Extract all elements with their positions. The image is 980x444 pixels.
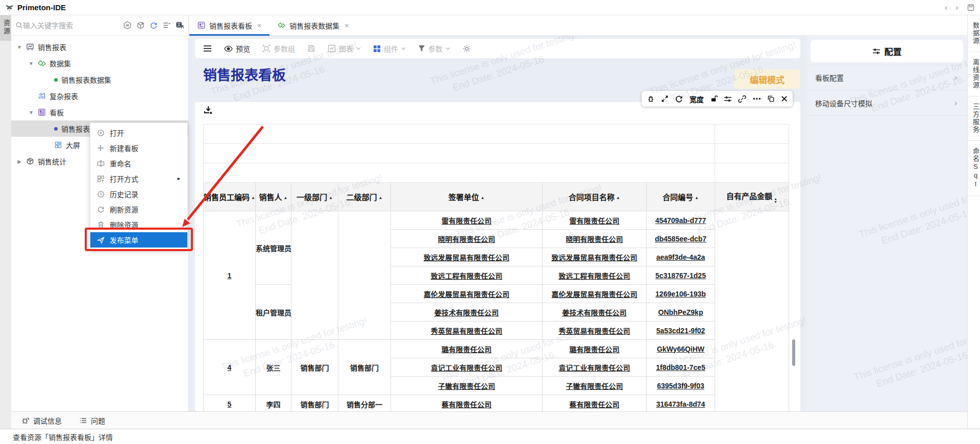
contract-link[interactable]: 1269e106-193b (655, 290, 706, 298)
contract-link[interactable]: 316473fa-8d74 (656, 400, 705, 408)
contract-link[interactable]: 6395d3f9-9f03 (657, 382, 704, 390)
tab-close-icon[interactable]: × (345, 21, 349, 30)
tab-sales-dataset[interactable]: 销售报表数据集 × (270, 15, 357, 35)
contract-link[interactable]: ONbhPeZ9kp (658, 308, 703, 316)
org-link[interactable]: 秀英贸易有限责任公司 (431, 327, 502, 335)
menu-item-open[interactable]: 打开 (90, 125, 187, 140)
search-input[interactable] (23, 21, 121, 30)
menu-item-delete-resource[interactable]: 删除资源 (90, 217, 187, 232)
project-link[interactable]: 致远工程有限责任公司 (559, 272, 630, 280)
contract-link[interactable]: 5a53cd21-9f02 (656, 327, 705, 335)
link-icon[interactable] (738, 95, 746, 103)
problems-tab[interactable]: 问题 (79, 415, 105, 426)
org-link[interactable]: 致远工程有限责任公司 (431, 272, 502, 280)
org-link[interactable]: 嘉伦发展贸易有限责任公司 (424, 290, 509, 299)
contract-link[interactable]: 454709ab-d777 (655, 216, 706, 225)
org-link[interactable]: 晓明有限责任公司 (438, 235, 495, 243)
employee-code-link[interactable]: 1 (228, 272, 232, 280)
project-link[interactable]: 嘉伦发展贸易有限责任公司 (552, 290, 638, 299)
menu-item-rename[interactable]: 重命名 (90, 156, 187, 171)
refresh-widget-icon[interactable] (675, 95, 683, 103)
nav-forward-icon[interactable]: › (955, 3, 959, 12)
project-link[interactable]: 雷有限责任公司 (570, 217, 620, 225)
translate-icon[interactable]: 文 (176, 21, 184, 30)
resource-panel-tab[interactable]: 资源 (0, 15, 11, 41)
param-menu-button[interactable]: 参数 (418, 43, 450, 54)
employee-code-link[interactable]: 5 (228, 400, 232, 408)
dashboard-config-item[interactable]: 看板配置 › (806, 65, 967, 90)
contract-link[interactable]: db4585ee-dcb7 (655, 235, 706, 243)
contract-link[interactable]: 1f8db801-7ce5 (656, 363, 705, 372)
tree-item-dataset-folder[interactable]: ▼ 数据集 (11, 55, 188, 71)
menu-item-new-dashboard[interactable]: 新建看板 (90, 140, 187, 156)
component-menu-button[interactable]: 组件 (373, 43, 406, 54)
org-link[interactable]: 璐有限责任公司 (442, 346, 492, 354)
contract-link[interactable]: aea9f3de-4a2a (656, 253, 705, 261)
org-link[interactable]: 姜技术有限责任公司 (434, 309, 499, 317)
org-link[interactable]: 蔡有限责任公司 (442, 401, 492, 409)
menu-item-history[interactable]: 历史记录 (90, 186, 187, 202)
menu-item-refresh-resource[interactable]: 刷新资源 (90, 202, 187, 217)
col-header-employee-code[interactable]: 销售员工编码▲ (204, 183, 256, 211)
col-header-project[interactable]: 合同项目名称▲ (543, 183, 647, 211)
org-link[interactable]: 致远发展贸易有限责任公司 (424, 254, 509, 262)
datasource-tab[interactable]: 数据源 (968, 15, 980, 52)
project-link[interactable]: 袁记工业有限责任公司 (559, 364, 630, 372)
expander-icon[interactable]: ▼ (28, 61, 34, 66)
save-icon[interactable] (307, 44, 315, 53)
debug-widget-icon[interactable] (647, 95, 655, 103)
project-link[interactable]: 璐有限责任公司 (570, 346, 620, 354)
refresh-tree-icon[interactable] (150, 21, 158, 30)
param-group-button[interactable]: 参数组 (262, 43, 295, 54)
new-resource-icon[interactable] (136, 21, 145, 30)
offline-resource-tab[interactable]: 离线资源 (968, 52, 980, 96)
col-header-dept1[interactable]: 一级部门▲ (291, 183, 338, 211)
expander-icon[interactable]: ▼ (28, 110, 34, 115)
menu-icon[interactable] (203, 45, 212, 52)
tree-item-dashboard-folder[interactable]: ▼ 看板 (11, 104, 188, 120)
col-header-dept2[interactable]: 二级部门▲ (338, 183, 391, 211)
third-party-service-tab[interactable]: 三方服务 (968, 96, 980, 141)
tree-item-sales-report[interactable]: ▼ 销售报表 (11, 39, 188, 55)
org-link[interactable]: 子辙有限责任公司 (438, 382, 495, 390)
menu-item-open-with[interactable]: 打开方式 ► (90, 171, 187, 186)
project-link[interactable]: 秀英贸易有限责任公司 (559, 327, 630, 335)
expander-icon[interactable]: ▼ (16, 44, 22, 50)
more-options-icon[interactable]: ⋯ (753, 94, 761, 104)
col-header-contract[interactable]: 合同编号▲ (647, 183, 715, 211)
table-scrollbar-thumb[interactable] (792, 339, 795, 366)
project-link[interactable]: 子辙有限责任公司 (566, 382, 623, 390)
contract-link[interactable]: 5c318767-1d25 (655, 272, 706, 280)
edit-mode-button[interactable]: 编辑模式 (734, 69, 800, 89)
named-sql-tab[interactable]: 命名Sql (968, 141, 980, 196)
ai-assistant-icon[interactable]: AI (123, 21, 132, 30)
tree-item-sales-dataset[interactable]: 销售报表数据集 (11, 71, 188, 88)
copy-icon[interactable] (767, 95, 775, 103)
collapse-all-icon[interactable] (162, 21, 171, 30)
chart-menu-button[interactable]: 图表 (328, 43, 361, 54)
org-link[interactable]: 袁记工业有限责任公司 (431, 364, 502, 372)
tab-sales-dashboard[interactable]: 销售报表看板 × (189, 15, 270, 35)
expander-icon[interactable]: ▶ (16, 159, 22, 164)
mobile-size-sim-item[interactable]: 移动设备尺寸模拟 › (806, 90, 967, 116)
menu-item-publish-menu[interactable]: 发布菜单 (90, 232, 187, 248)
gear-icon[interactable] (462, 44, 471, 53)
project-link[interactable]: 致远发展贸易有限责任公司 (552, 254, 638, 262)
unlock-icon[interactable] (710, 95, 718, 103)
close-widget-icon[interactable] (781, 95, 788, 102)
col-header-seller[interactable]: 销售人▲ (256, 183, 291, 211)
debug-info-tab[interactable]: 调试信息 (21, 415, 62, 426)
contract-link[interactable]: GkWy66QiHW (657, 345, 704, 353)
width-mode-button[interactable]: 宽度 (690, 94, 704, 104)
expand-icon[interactable] (661, 95, 669, 103)
project-link[interactable]: 蔡有限责任公司 (570, 401, 620, 409)
save-layout-icon[interactable] (967, 4, 975, 12)
col-header-org[interactable]: 签署单位▲ (391, 183, 543, 211)
employee-code-link[interactable]: 4 (228, 363, 232, 372)
sliders-icon[interactable] (724, 95, 732, 103)
tab-close-icon[interactable]: × (257, 21, 261, 30)
org-link[interactable]: 雷有限责任公司 (442, 217, 492, 225)
project-link[interactable]: 晓明有限责任公司 (566, 235, 623, 243)
preview-button[interactable]: 预览 (224, 43, 250, 54)
tree-item-complex-report[interactable]: 复杂报表 (11, 88, 188, 104)
